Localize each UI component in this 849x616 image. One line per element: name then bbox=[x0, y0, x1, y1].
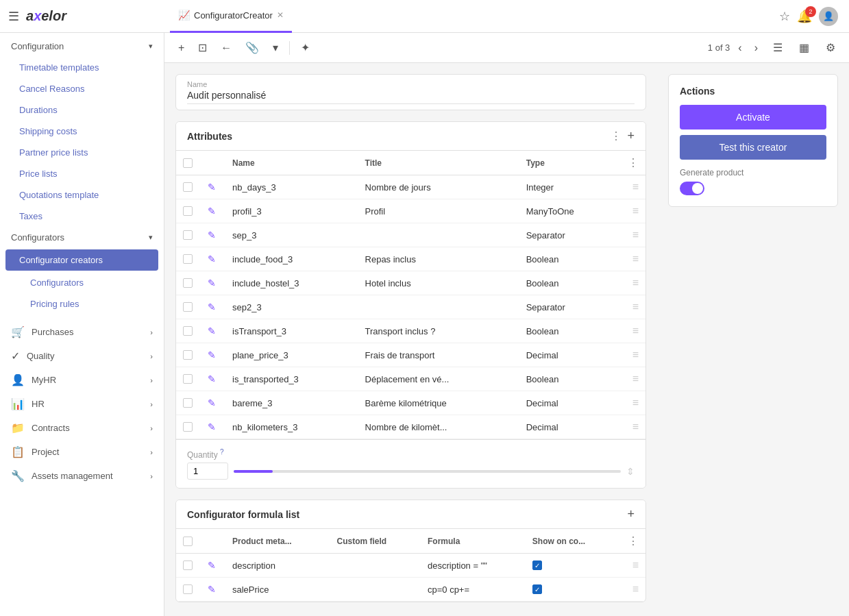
formula-show-1[interactable]: ✓ bbox=[526, 578, 621, 602]
row-drag-icon-2[interactable]: ≡ bbox=[632, 229, 639, 241]
sidebar-item-cancel-reasons[interactable]: Cancel Reasons bbox=[0, 78, 164, 99]
row-checkbox-1[interactable] bbox=[183, 206, 193, 216]
formula-select-all-checkbox[interactable] bbox=[183, 537, 193, 546]
sidebar-category-configuration[interactable]: Configuration ▾ bbox=[0, 36, 164, 57]
dropdown-button[interactable]: ▾ bbox=[267, 38, 284, 57]
sidebar-item-price-lists[interactable]: Price lists bbox=[0, 163, 164, 184]
star-icon[interactable]: ☆ bbox=[779, 9, 790, 24]
formula-drag-icon-0[interactable]: ≡ bbox=[632, 559, 639, 571]
main-content: Name Audit personnalisé Attributes ⋮ + bbox=[164, 63, 657, 616]
row-checkbox-10[interactable] bbox=[183, 422, 193, 432]
row-checkbox-2[interactable] bbox=[183, 230, 193, 240]
select-all-checkbox[interactable] bbox=[183, 158, 193, 168]
row-checkbox-0[interactable] bbox=[183, 182, 193, 192]
sidebar-nav-hr[interactable]: 📊 HR › bbox=[0, 392, 164, 416]
sidebar-item-shipping-costs[interactable]: Shipping costs bbox=[0, 121, 164, 142]
sidebar-nav-myhr[interactable]: 👤 MyHR › bbox=[0, 368, 164, 392]
row-drag-icon-10[interactable]: ≡ bbox=[632, 421, 639, 432]
row-drag-icon-4[interactable]: ≡ bbox=[632, 277, 639, 288]
row-edit-icon-5[interactable]: ✎ bbox=[208, 301, 216, 312]
configurator-creator-tab[interactable]: 📈 ConfiguratorCreator ✕ bbox=[170, 0, 292, 33]
attributes-menu-button[interactable]: ⋮ bbox=[611, 130, 622, 143]
row-drag-icon-8[interactable]: ≡ bbox=[632, 373, 639, 384]
row-edit-icon-9[interactable]: ✎ bbox=[208, 397, 216, 408]
sidebar-nav-quality[interactable]: ✓ Quality › bbox=[0, 344, 164, 368]
row-drag-icon-5[interactable]: ≡ bbox=[632, 301, 639, 312]
hamburger-icon[interactable]: ☰ bbox=[8, 9, 19, 24]
tab-close-icon[interactable]: ✕ bbox=[277, 10, 284, 20]
formula-checkbox-1[interactable] bbox=[183, 584, 193, 594]
quantity-input[interactable] bbox=[187, 463, 228, 480]
row-drag-icon-6[interactable]: ≡ bbox=[632, 325, 639, 336]
formula-checkbox-0[interactable] bbox=[183, 560, 193, 570]
row-edit-icon-1[interactable]: ✎ bbox=[208, 206, 216, 217]
sparkle-button[interactable]: ✦ bbox=[295, 38, 315, 57]
save-button[interactable]: ⊡ bbox=[193, 38, 212, 57]
row-name-4: include_hostel_3 bbox=[225, 271, 358, 295]
attributes-section: Attributes ⋮ + Name Title Type bbox=[175, 121, 646, 489]
attach-button[interactable]: 📎 bbox=[240, 38, 264, 57]
sidebar-item-quotations-template[interactable]: Quotations template bbox=[0, 184, 164, 206]
formula-formula-0: description = "" bbox=[421, 554, 526, 578]
row-checkbox-9[interactable] bbox=[183, 398, 193, 408]
quantity-slider[interactable] bbox=[234, 470, 621, 473]
formula-drag-icon-1[interactable]: ≡ bbox=[632, 583, 639, 595]
sidebar-item-configurator-creators[interactable]: Configurator creators bbox=[5, 249, 158, 271]
sidebar-nav-assets-management[interactable]: 🔧 Assets management › bbox=[0, 464, 164, 488]
sidebar-item-configurators[interactable]: Configurators bbox=[0, 272, 164, 293]
formula-show-0[interactable]: ✓ bbox=[526, 554, 621, 578]
sidebar-nav-purchases[interactable]: 🛒 Purchases › bbox=[0, 320, 164, 344]
row-checkbox-5[interactable] bbox=[183, 302, 193, 312]
notification-bell[interactable]: 🔔 2 bbox=[797, 9, 812, 24]
row-checkbox-6[interactable] bbox=[183, 326, 193, 336]
sidebar-item-pricing-rules[interactable]: Pricing rules bbox=[0, 293, 164, 315]
row-checkbox-7[interactable] bbox=[183, 350, 193, 360]
name-value[interactable]: Audit personnalisé bbox=[187, 90, 635, 104]
formula-add-button[interactable]: + bbox=[627, 507, 635, 521]
row-edit-icon-3[interactable]: ✎ bbox=[208, 254, 216, 264]
list-view-button[interactable]: ☰ bbox=[767, 38, 788, 57]
row-drag-icon-9[interactable]: ≡ bbox=[632, 397, 639, 408]
table-header-menu-button[interactable]: ⋮ bbox=[628, 156, 639, 169]
sidebar-item-timetable-templates[interactable]: Timetable templates bbox=[0, 57, 164, 78]
row-checkbox-3[interactable] bbox=[183, 254, 193, 264]
row-edit-icon-8[interactable]: ✎ bbox=[208, 373, 216, 384]
row-title-3: Repas inclus bbox=[358, 247, 519, 271]
row-edit-icon-7[interactable]: ✎ bbox=[208, 349, 216, 360]
table-row: ✎ include_hostel_3 Hotel inclus Boolean … bbox=[176, 271, 645, 295]
sidebar-item-taxes[interactable]: Taxes bbox=[0, 206, 164, 227]
quantity-help-icon[interactable]: ? bbox=[220, 448, 224, 456]
sidebar-nav-contracts[interactable]: 📁 Contracts › bbox=[0, 416, 164, 440]
attributes-add-button[interactable]: + bbox=[627, 129, 635, 143]
formula-edit-icon-1[interactable]: ✎ bbox=[208, 584, 216, 595]
row-checkbox-4[interactable] bbox=[183, 278, 193, 288]
sidebar-item-durations[interactable]: Durations bbox=[0, 99, 164, 121]
formula-header-menu-button[interactable]: ⋮ bbox=[628, 534, 639, 547]
row-edit-icon-2[interactable]: ✎ bbox=[208, 230, 216, 241]
toggle-switch[interactable] bbox=[680, 182, 704, 195]
quantity-resize-handle[interactable]: ⇕ bbox=[626, 466, 635, 477]
row-edit-icon-0[interactable]: ✎ bbox=[208, 182, 216, 193]
user-avatar[interactable]: 👤 bbox=[819, 7, 838, 26]
row-drag-icon-0[interactable]: ≡ bbox=[632, 181, 639, 193]
page-next-button[interactable]: › bbox=[750, 40, 762, 56]
settings-button[interactable]: ⚙ bbox=[820, 38, 841, 57]
add-button[interactable]: + bbox=[173, 39, 190, 57]
sidebar-item-partner-price-lists[interactable]: Partner price lists bbox=[0, 142, 164, 163]
formula-edit-icon-0[interactable]: ✎ bbox=[208, 560, 216, 571]
sidebar-nav-project[interactable]: 📋 Project › bbox=[0, 440, 164, 464]
row-edit-icon-4[interactable]: ✎ bbox=[208, 278, 216, 288]
row-drag-icon-3[interactable]: ≡ bbox=[632, 253, 639, 264]
row-checkbox-8[interactable] bbox=[183, 374, 193, 384]
row-drag-icon-7[interactable]: ≡ bbox=[632, 349, 639, 360]
page-prev-button[interactable]: ‹ bbox=[734, 40, 746, 56]
row-drag-icon-1[interactable]: ≡ bbox=[632, 205, 639, 217]
row-edit-icon-10[interactable]: ✎ bbox=[208, 421, 216, 432]
activate-button[interactable]: Activate bbox=[680, 105, 826, 130]
card-view-button[interactable]: ▦ bbox=[793, 38, 815, 57]
back-button[interactable]: ← bbox=[215, 39, 237, 57]
test-creator-button[interactable]: Test this creator bbox=[680, 135, 826, 160]
row-edit-icon-6[interactable]: ✎ bbox=[208, 325, 216, 336]
sidebar-category-configurators[interactable]: Configurators ▾ bbox=[0, 227, 164, 248]
generate-product-toggle[interactable] bbox=[680, 182, 826, 195]
